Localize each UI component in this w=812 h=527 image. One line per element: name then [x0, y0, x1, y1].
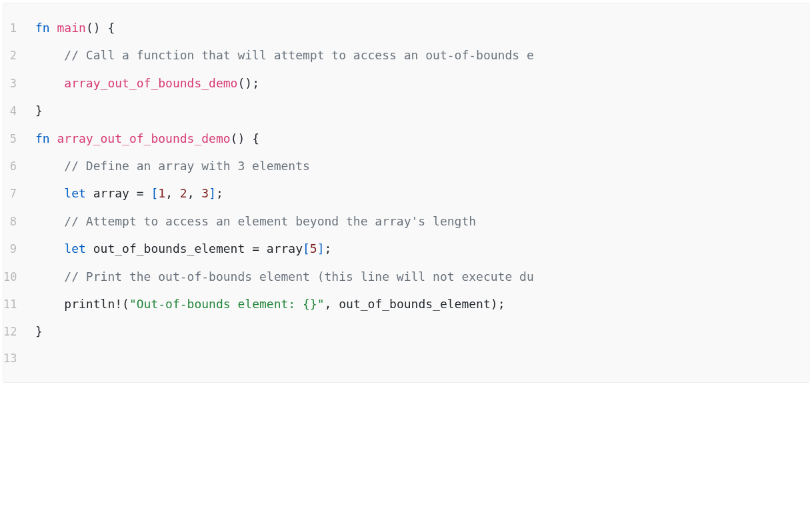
- code-token: ): [491, 297, 498, 311]
- code-token: array_out_of_bounds_demo: [57, 131, 231, 145]
- code-token: array: [93, 186, 137, 200]
- code-token: ]: [317, 241, 325, 255]
- code-line[interactable]: 11 println!("Out-of-bounds element: {}",…: [3, 290, 809, 318]
- code-block: 1fn main() {2 // Call a function that wi…: [3, 3, 809, 383]
- code-content[interactable]: array_out_of_bounds_demo();: [35, 69, 809, 97]
- code-token: 2: [180, 186, 187, 200]
- code-token: let: [64, 241, 93, 255]
- code-token: {: [101, 21, 115, 35]
- code-content[interactable]: fn main() {: [35, 14, 809, 41]
- code-content[interactable]: // Attempt to access an element beyond t…: [35, 207, 809, 235]
- code-token: ,: [165, 186, 180, 200]
- line-number: 11: [3, 292, 35, 318]
- code-line[interactable]: 12}: [3, 318, 809, 345]
- code-token: (): [237, 76, 252, 90]
- line-number: 6: [3, 153, 35, 179]
- line-number: 13: [3, 346, 35, 372]
- code-content[interactable]: }: [35, 318, 809, 345]
- line-number: 3: [3, 71, 35, 97]
- code-line[interactable]: 13: [3, 346, 809, 372]
- line-number: 1: [3, 15, 35, 41]
- code-line[interactable]: 1fn main() {: [3, 14, 809, 41]
- code-content[interactable]: // Define an array with 3 elements: [35, 152, 809, 179]
- code-token: =: [252, 241, 267, 255]
- code-token: ,: [325, 297, 339, 311]
- code-token: let: [64, 186, 93, 200]
- code-token: ;: [252, 76, 259, 90]
- code-line[interactable]: 7 let array = [1, 2, 3];: [3, 179, 809, 207]
- code-token: 3: [201, 186, 209, 200]
- line-number: 4: [3, 98, 35, 124]
- code-token: ]: [209, 186, 216, 200]
- code-token: array_out_of_bounds_demo: [64, 76, 237, 90]
- code-line[interactable]: 10 // Print the out-of-bounds element (t…: [3, 263, 809, 290]
- code-content[interactable]: }: [35, 97, 809, 124]
- line-number: 10: [3, 264, 35, 290]
- code-line[interactable]: 3 array_out_of_bounds_demo();: [3, 69, 809, 97]
- code-content[interactable]: println!("Out-of-bounds element: {}", ou…: [35, 290, 809, 318]
- code-token: ;: [498, 297, 505, 311]
- code-token: [: [303, 241, 310, 255]
- code-token: ;: [325, 241, 332, 255]
- code-token: main: [57, 21, 86, 35]
- code-line[interactable]: 4}: [3, 97, 809, 124]
- code-token: fn: [35, 21, 57, 35]
- code-token: out_of_bounds_element: [339, 297, 491, 311]
- line-number: 7: [3, 181, 35, 207]
- code-token: (): [86, 21, 101, 35]
- code-content[interactable]: fn array_out_of_bounds_demo() {: [35, 125, 809, 152]
- code-token: // Attempt to access an element beyond t…: [64, 214, 476, 228]
- code-line[interactable]: 6 // Define an array with 3 elements: [3, 152, 809, 179]
- code-content[interactable]: let out_of_bounds_element = array[5];: [35, 235, 809, 262]
- line-number: 8: [3, 209, 35, 235]
- code-line[interactable]: 2 // Call a function that will attempt t…: [3, 41, 809, 69]
- code-token: out_of_bounds_element: [93, 241, 252, 255]
- code-token: }: [35, 324, 43, 338]
- code-content[interactable]: // Print the out-of-bounds element (this…: [35, 263, 809, 290]
- code-token: =: [137, 186, 151, 200]
- code-content[interactable]: let array = [1, 2, 3];: [35, 179, 809, 207]
- code-token: ;: [216, 186, 223, 200]
- code-token: // Define an array with 3 elements: [64, 159, 309, 173]
- code-line[interactable]: 5fn array_out_of_bounds_demo() {: [3, 125, 809, 152]
- line-number: 2: [3, 43, 35, 69]
- code-token: }: [35, 103, 43, 117]
- code-token: (: [122, 297, 129, 311]
- code-token: {: [245, 131, 259, 145]
- code-token: 1: [158, 186, 165, 200]
- code-token: (): [231, 131, 245, 145]
- code-token: println!: [64, 297, 122, 311]
- code-token: // Print the out-of-bounds element (this…: [64, 270, 533, 284]
- code-token: 5: [310, 241, 317, 255]
- code-token: array: [267, 241, 303, 255]
- code-token: // Call a function that will attempt to …: [64, 48, 533, 62]
- line-number: 5: [3, 126, 35, 152]
- code-line[interactable]: 8 // Attempt to access an element beyond…: [3, 207, 809, 235]
- code-token: fn: [35, 131, 57, 145]
- line-number: 12: [3, 319, 35, 345]
- code-content[interactable]: // Call a function that will attempt to …: [35, 41, 809, 69]
- code-token: "Out-of-bounds element: {}": [129, 297, 325, 311]
- code-token: ,: [187, 186, 202, 200]
- code-token: [: [151, 186, 158, 200]
- line-number: 9: [3, 236, 35, 262]
- code-line[interactable]: 9 let out_of_bounds_element = array[5];: [3, 235, 809, 262]
